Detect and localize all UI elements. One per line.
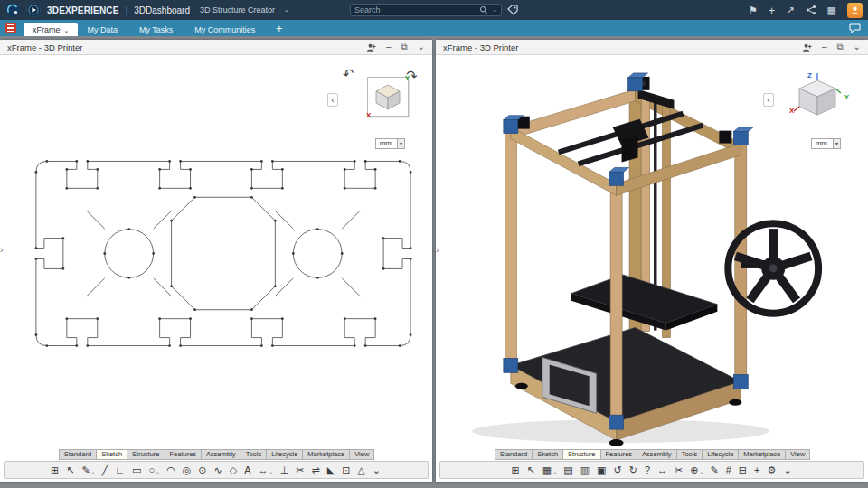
- arc-icon[interactable]: ◠: [164, 465, 180, 475]
- maximize-icon[interactable]: ⧉: [401, 42, 407, 52]
- panel-expander[interactable]: ›: [436, 244, 439, 255]
- view-compass[interactable]: Z X Y: [792, 71, 846, 126]
- ribbon-tab-sketch[interactable]: Sketch: [532, 449, 563, 460]
- settings-icon[interactable]: ⚙: [764, 465, 780, 475]
- engrave-icon[interactable]: ✎: [707, 465, 722, 475]
- structure-tree-icon[interactable]: ⊟: [735, 465, 750, 475]
- line-icon[interactable]: ╱: [99, 465, 112, 475]
- flag-icon[interactable]: ⚑: [749, 5, 758, 15]
- structure-toolbar: ⊞ ↖ ▦ ⌄ ▤ ▥ ▣: [439, 461, 864, 479]
- ribbon-tab-view[interactable]: View: [349, 449, 374, 460]
- share-user-icon[interactable]: [802, 42, 812, 52]
- ribbon-tab-structure[interactable]: Structure: [562, 449, 600, 460]
- ribbon-tab-standard[interactable]: Standard: [495, 449, 533, 460]
- share-icon[interactable]: ↗: [786, 5, 794, 15]
- measure-icon[interactable]: ↔: [655, 465, 672, 475]
- share-user-icon[interactable]: [366, 42, 376, 52]
- ribbon-tab-structure[interactable]: Structure: [127, 449, 165, 460]
- ribbon-tab-features[interactable]: Features: [600, 449, 638, 460]
- tab-my-tasks[interactable]: My Tasks: [130, 23, 185, 36]
- units-dropdown[interactable]: mm ▾: [811, 138, 841, 149]
- panel-expander[interactable]: ›: [0, 244, 4, 255]
- panel-title: xFrame - 3D Printer: [7, 42, 366, 52]
- ribbon-tab-tools[interactable]: Tools: [676, 449, 703, 460]
- plate-icon[interactable]: ▣: [594, 465, 610, 475]
- spline-icon[interactable]: ∿: [211, 465, 226, 475]
- view-compass[interactable]: X Y: [367, 77, 409, 117]
- clipboard-icon[interactable]: ⊞: [508, 465, 524, 475]
- compass-prev-icon[interactable]: ‹: [763, 93, 774, 107]
- frame-icon[interactable]: ▦ ⌄: [539, 465, 560, 475]
- corner-icon[interactable]: ◣: [324, 465, 338, 475]
- clipboard-icon[interactable]: ⊞: [47, 465, 62, 475]
- apps-grid-icon[interactable]: ▦: [827, 5, 836, 15]
- mirror-icon[interactable]: ⇌: [308, 465, 324, 475]
- redo-icon[interactable]: ↻: [626, 465, 641, 475]
- 3ds-logo-icon[interactable]: [5, 3, 20, 17]
- menu-icon[interactable]: [5, 23, 16, 33]
- ribbon-tab-standard[interactable]: Standard: [59, 449, 97, 460]
- tag-icon[interactable]: [507, 5, 518, 15]
- ribbon-tab-tools[interactable]: Tools: [241, 449, 268, 460]
- polygon-icon[interactable]: ◇: [226, 465, 241, 475]
- ribbon-tab-marketplace[interactable]: Marketplace: [302, 449, 350, 460]
- ellipse-icon[interactable]: ⊙: [195, 465, 211, 475]
- share-network-icon[interactable]: [806, 5, 816, 15]
- ribbon-tab-view[interactable]: View: [785, 449, 810, 460]
- ribbon-tab-assembly[interactable]: Assembly: [637, 449, 677, 460]
- compass-prev-icon[interactable]: ‹: [327, 93, 338, 107]
- dimension-icon[interactable]: ↔ ⌄: [255, 465, 277, 475]
- ribbon-tab-lifecycle[interactable]: Lifecycle: [266, 449, 303, 460]
- minimize-icon[interactable]: –: [822, 42, 827, 52]
- minimize-icon[interactable]: –: [386, 42, 392, 52]
- undo-icon[interactable]: ↺: [610, 465, 626, 475]
- sketch-edit-icon[interactable]: ✎ ⌄: [79, 465, 99, 475]
- column-icon[interactable]: ▥: [577, 465, 593, 475]
- maximize-icon[interactable]: ⧉: [836, 42, 843, 52]
- constraint-icon[interactable]: ⊥: [277, 465, 293, 475]
- axis-z-label: Z: [807, 71, 812, 80]
- tab-my-data[interactable]: My Data: [78, 23, 130, 36]
- add-tab-button[interactable]: +: [268, 23, 290, 36]
- tab-xframe[interactable]: xFrame⌄: [24, 23, 78, 36]
- ribbon-tab-sketch[interactable]: Sketch: [96, 449, 127, 460]
- overflow-icon[interactable]: ⌄: [780, 465, 796, 475]
- ribbon-tab-lifecycle[interactable]: Lifecycle: [702, 449, 739, 460]
- rectangle-icon[interactable]: ▭: [129, 465, 146, 475]
- section-icon[interactable]: #: [722, 465, 735, 475]
- circle-icon[interactable]: ○ ⌄: [146, 465, 164, 475]
- add-icon[interactable]: +: [751, 465, 764, 475]
- ribbon-tab-features[interactable]: Features: [165, 449, 203, 460]
- ribbon-tab-marketplace[interactable]: Marketplace: [738, 449, 786, 460]
- beam-icon[interactable]: ▤: [561, 465, 577, 475]
- collapse-icon[interactable]: ⌄: [418, 42, 425, 52]
- polyline-icon[interactable]: ∟: [112, 465, 129, 475]
- compass-logo-icon[interactable]: [26, 3, 41, 17]
- chevron-down-icon: ▾: [833, 139, 840, 148]
- search-scope-caret-icon[interactable]: ⌄: [492, 6, 497, 14]
- concentric-circle-icon[interactable]: ◎: [179, 465, 195, 475]
- context-selector[interactable]: 3D Structure Creator: [200, 5, 275, 14]
- collapse-icon[interactable]: ⌄: [854, 42, 861, 52]
- trim-icon[interactable]: ✂: [293, 465, 308, 475]
- add-content-icon[interactable]: +: [769, 5, 776, 16]
- text-icon[interactable]: A: [241, 465, 255, 475]
- search-input[interactable]: [354, 5, 479, 14]
- cut-icon[interactable]: ✂: [672, 465, 687, 475]
- ribbon-tab-assembly[interactable]: Assembly: [201, 449, 241, 460]
- overflow-icon[interactable]: ⌄: [369, 465, 384, 475]
- global-search[interactable]: ⌄: [350, 4, 502, 16]
- chevron-down-icon[interactable]: ⌄: [284, 6, 289, 14]
- units-dropdown[interactable]: mm ▾: [375, 138, 405, 149]
- chat-icon[interactable]: [849, 23, 861, 33]
- select-icon[interactable]: ↖: [524, 465, 539, 475]
- help-icon[interactable]: ?: [641, 465, 654, 475]
- user-avatar[interactable]: [847, 3, 863, 18]
- project-icon[interactable]: ⊡: [339, 465, 354, 475]
- search-icon[interactable]: [479, 5, 488, 14]
- triangle-icon[interactable]: △: [354, 465, 369, 475]
- select-icon[interactable]: ↖: [63, 465, 79, 475]
- connector-icon[interactable]: ⊕ ⌄: [687, 465, 707, 475]
- tab-my-communities[interactable]: My Communities: [185, 23, 268, 36]
- right-app-panel: xFrame - 3D Printer – ⧉ ⌄: [436, 40, 868, 482]
